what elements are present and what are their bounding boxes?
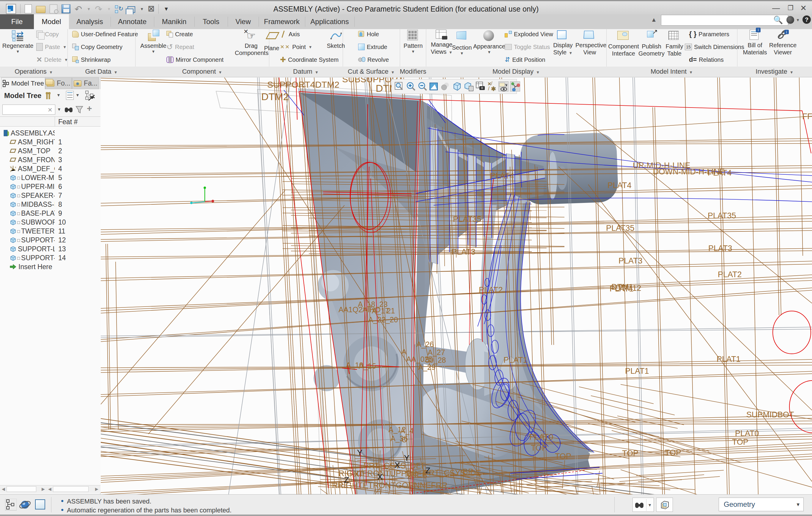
svg-text:y: y (10, 165, 11, 168)
svg-text:RRIGHTETRONTGORNNEFRR: RRIGHTETRONTGORNNEFRR (332, 481, 447, 490)
svg-text:A_29: A_29 (418, 363, 435, 371)
svg-text:TOP: TOP (732, 437, 748, 447)
svg-text:A: A (402, 347, 407, 356)
svg-text:TOP: TOP (531, 444, 547, 452)
svg-text:PLAT0: PLAT0 (529, 432, 553, 442)
svg-text:PLAT35: PLAT35 (453, 215, 482, 224)
svg-text:/: / (488, 86, 490, 91)
svg-text:Z: Z (425, 466, 430, 475)
svg-text:TOP: TOP (622, 449, 638, 458)
svg-text:z: z (10, 170, 11, 172)
svg-text:X: X (395, 460, 400, 470)
svg-text:Y: Y (404, 453, 410, 462)
svg-text:A_22_20: A_22_20 (368, 315, 398, 324)
svg-text:O: O (402, 435, 407, 444)
svg-text:PLAT35: PLAT35 (708, 211, 736, 220)
svg-text:A_26: A_26 (416, 340, 434, 348)
svg-text:x: x (15, 166, 16, 169)
svg-text:XI: XI (354, 470, 362, 479)
svg-text:PLAT0: PLAT0 (735, 429, 759, 438)
svg-text:DTM2: DTM2 (261, 91, 289, 102)
svg-text:PLAT1: PLAT1 (503, 356, 527, 364)
svg-text:TOP: TOP (555, 452, 571, 461)
svg-text:PLAT1: PLAT1 (717, 355, 741, 364)
svg-text:i: i (786, 30, 787, 34)
svg-text:BP: BP (463, 467, 473, 476)
svg-text:Y: Y (357, 448, 362, 457)
svg-text:A_15: A_15 (359, 362, 376, 370)
svg-text:PLAT1: PLAT1 (625, 367, 649, 375)
svg-text:SUPPORT4DTM2: SUPPORT4DTM2 (267, 80, 340, 89)
svg-text:21: 21 (387, 307, 395, 315)
svg-text:✱: ✱ (491, 86, 496, 91)
svg-text:SUPMIDBOT: SUPMIDBOT (746, 410, 794, 419)
svg-text:PLAT2: PLAT2 (718, 270, 742, 279)
svg-text:50_28: 50_28 (425, 356, 446, 364)
svg-text:X: X (377, 472, 383, 482)
svg-text:Z: Z (344, 475, 349, 485)
svg-text:PLAT35: PLAT35 (606, 224, 635, 233)
svg-text:AA1Q2AIHO: AA1Q2AIHO (339, 305, 381, 314)
svg-text:PLAT3: PLAT3 (618, 256, 643, 265)
svg-text:PLAT2: PLAT2 (479, 285, 503, 294)
svg-text:PLAT4: PLAT4 (608, 181, 632, 190)
svg-text:PLAT4: PLAT4 (708, 169, 732, 177)
svg-text:PLAT3: PLAT3 (452, 247, 475, 256)
svg-text:A_4: A_4 (400, 427, 414, 435)
svg-text:TOP: TOP (665, 448, 681, 457)
svg-text:/: / (491, 82, 492, 86)
svg-text:FF: FF (802, 112, 812, 121)
svg-text:PLAT4: PLAT4 (490, 172, 514, 180)
svg-text:PLAT1: PLAT1 (610, 284, 634, 293)
svg-text:PLAT3: PLAT3 (708, 244, 732, 253)
